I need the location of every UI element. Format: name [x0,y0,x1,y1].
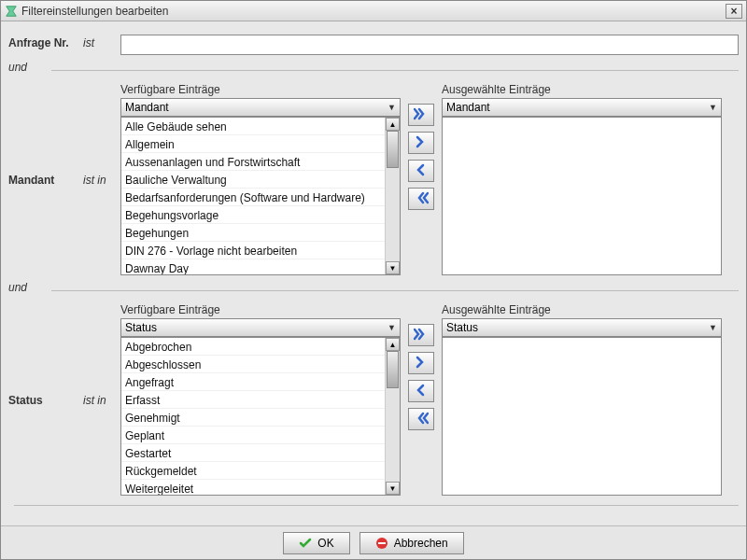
listbox-status-available: AbgebrochenAbgeschlossenAngefragtErfasst… [120,337,401,496]
available-col-mandant: Verfügbare Einträge Mandant ▼ Alle Gebäu… [120,83,401,275]
list-item[interactable]: Abgeschlossen [121,356,385,373]
dropdown-value: Status [125,321,157,334]
cancel-label: Abbrechen [394,537,448,550]
dual-list-mandant: Verfügbare Einträge Mandant ▼ Alle Gebäu… [120,83,739,275]
available-col-status: Verfügbare Einträge Status ▼ Abgebrochen… [120,303,401,496]
scroll-track[interactable] [386,351,400,482]
list-item[interactable]: Alle Gebäude sehen [121,118,385,135]
and-label-1: und [8,61,46,74]
ok-button[interactable]: OK [283,532,349,554]
add-button[interactable] [408,352,434,374]
scroll-down-button[interactable]: ▼ [386,482,400,495]
row-anfrage: Anfrage Nr. ist [8,35,739,55]
titlebar: Filtereinstellungen bearbeiten × [1,1,746,21]
stop-icon [375,537,388,550]
list-item[interactable]: Geplant [121,427,385,444]
add-all-button[interactable] [408,324,434,346]
divider [51,70,739,71]
chevron-down-icon: ▼ [388,103,396,112]
selected-title-mandant: Ausgewählte Einträge [442,83,722,96]
listbox-mandant-available: Alle Gebäude sehenAllgemeinAussenanlagen… [120,117,401,275]
divider [51,290,739,291]
list-item[interactable]: Erfasst [121,391,385,409]
input-anfrage[interactable] [120,35,739,55]
chevron-down-icon: ▼ [709,323,717,332]
selected-col-mandant: Ausgewählte Einträge Mandant ▼ [442,83,722,275]
double-right-icon [414,107,429,123]
dialog-window: Filtereinstellungen bearbeiten × Anfrage… [0,0,747,560]
list-item[interactable]: Angefragt [121,373,385,391]
list-item[interactable]: Begehungen [121,224,385,242]
check-icon [299,537,312,550]
dropdown-mandant-available[interactable]: Mandant ▼ [120,98,401,117]
list-item[interactable]: Aussenanlagen und Forstwirtschaft [121,153,385,171]
op-istin-mandant: ist in [83,172,120,187]
scroll-thumb[interactable] [387,131,399,168]
dropdown-status-selected[interactable]: Status ▼ [442,318,722,337]
list-item[interactable]: Allgemein [121,135,385,153]
list-item[interactable]: Bedarfsanforderungen (Software und Hardw… [121,189,385,206]
remove-all-button[interactable] [408,188,434,210]
remove-button[interactable] [408,160,434,182]
list-item[interactable]: Genehmigt [121,409,385,427]
ok-label: OK [317,537,333,550]
list-item[interactable]: Dawnay Day [121,259,385,274]
close-icon: × [730,5,737,18]
list-item[interactable]: Weitergeleitet [121,480,385,495]
content-area: Anfrage Nr. ist und Mandant ist in Verfü… [1,21,746,525]
dropdown-value: Mandant [446,101,490,114]
divider [14,505,739,506]
close-button[interactable]: × [726,4,742,19]
double-left-icon [414,412,429,427]
chevron-down-icon: ▼ [709,103,717,112]
list-item[interactable]: DIN 276 - Vorlage nicht bearbeiten [121,242,385,259]
label-mandant: Mandant [8,172,83,187]
label-anfrage: Anfrage Nr. [8,35,83,49]
selected-title-status: Ausgewählte Einträge [442,303,722,316]
svg-marker-0 [7,6,17,16]
listbox-mandant-selected[interactable] [442,117,722,275]
right-icon [414,135,429,151]
dropdown-value: Mandant [125,101,169,114]
selected-col-status: Ausgewählte Einträge Status ▼ [442,303,722,496]
transfer-buttons-status [406,303,436,496]
scroll-thumb[interactable] [387,351,399,388]
scroll-up-button[interactable]: ▲ [386,118,400,131]
scroll-track[interactable] [386,131,400,261]
scrollbar-status: ▲ ▼ [385,338,400,495]
list-item[interactable]: Begehungsvorlage [121,206,385,224]
chevron-down-icon: ▼ [388,323,396,332]
dropdown-mandant-selected[interactable]: Mandant ▼ [442,98,722,117]
row-mandant: Mandant ist in Verfügbare Einträge Manda… [8,83,739,275]
op-istin-status: ist in [83,392,120,407]
available-title-status: Verfügbare Einträge [120,303,401,316]
left-icon [414,384,429,399]
right-icon [414,356,429,371]
available-title-mandant: Verfügbare Einträge [120,83,401,96]
list-item[interactable]: Gestartet [121,444,385,462]
left-icon [414,163,429,179]
remove-all-button[interactable] [408,408,434,430]
scroll-up-button[interactable]: ▲ [386,338,400,351]
app-icon [5,5,18,18]
cancel-button[interactable]: Abbrechen [359,532,464,554]
scrollbar-mandant: ▲ ▼ [385,118,400,274]
dual-list-status: Verfügbare Einträge Status ▼ Abgebrochen… [120,303,739,496]
remove-button[interactable] [408,380,434,402]
add-all-button[interactable] [408,104,434,126]
dropdown-value: Status [446,321,478,334]
listbox-status-selected[interactable] [442,337,722,496]
dropdown-status-available[interactable]: Status ▼ [120,318,401,337]
add-button[interactable] [408,132,434,154]
list-item[interactable]: Bauliche Verwaltung [121,171,385,189]
and-divider-2: und [8,281,739,294]
list-item[interactable]: Rückgemeldet [121,462,385,480]
footer: OK Abbrechen [1,525,746,559]
list-item[interactable]: Abgebrochen [121,338,385,356]
op-ist: ist [83,35,120,49]
double-right-icon [414,328,429,343]
double-left-icon [414,191,429,207]
window-title: Filtereinstellungen bearbeiten [21,5,168,18]
scroll-down-button[interactable]: ▼ [386,261,400,274]
and-label-2: und [8,281,46,294]
